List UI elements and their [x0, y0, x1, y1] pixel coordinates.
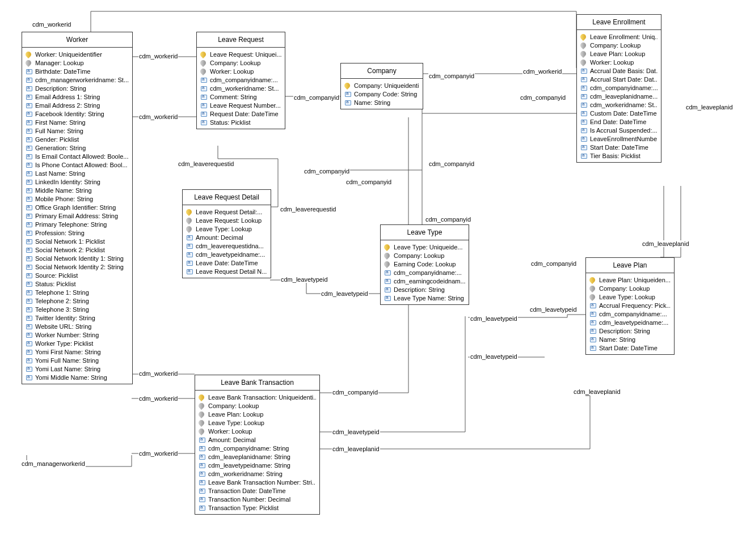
- attribute-row[interactable]: cdm_earningcodeidnam...: [384, 277, 465, 285]
- attribute-row[interactable]: Name: String: [589, 335, 671, 343]
- attribute-row[interactable]: Leave Enrollment: Uniq...: [580, 32, 658, 41]
- attribute-row[interactable]: Description: String: [589, 326, 671, 335]
- attribute-row[interactable]: cdm_workeridname: String: [199, 469, 316, 478]
- attribute-row[interactable]: cdm_leavetypeidname: String: [199, 461, 316, 469]
- attribute-row[interactable]: Source: Picklist: [26, 271, 129, 279]
- attribute-row[interactable]: Middle Name: String: [26, 186, 129, 194]
- attribute-row[interactable]: Worker: Uniqueidentifier: [26, 50, 129, 58]
- attribute-row[interactable]: Worker: Lookup: [200, 67, 281, 75]
- attribute-row[interactable]: Amount: Decimal: [186, 233, 267, 241]
- attribute-row[interactable]: Is Email Contact Allowed: Boole...: [26, 152, 129, 160]
- attribute-row[interactable]: Social Network Identity 1: String: [26, 254, 129, 262]
- attribute-row[interactable]: LeaveEnrollmentNumbe...: [580, 134, 658, 143]
- attribute-row[interactable]: Leave Date: DateTime: [186, 258, 267, 267]
- attribute-row[interactable]: Leave Type Name: String: [384, 294, 465, 302]
- attribute-row[interactable]: Primary Telephone: String: [26, 220, 129, 228]
- attribute-row[interactable]: Full Name: String: [26, 126, 129, 135]
- attribute-row[interactable]: Company Code: String: [344, 90, 419, 98]
- attribute-row[interactable]: Yomi Full Name: String: [26, 356, 129, 364]
- attribute-row[interactable]: Last Name: String: [26, 169, 129, 177]
- entity-leave-plan[interactable]: Leave Plan Leave Plan: Uniqueiden...Comp…: [585, 257, 675, 355]
- attribute-row[interactable]: Social Network 2: Picklist: [26, 245, 129, 254]
- attribute-row[interactable]: Leave Request: Uniquei...: [200, 50, 281, 58]
- attribute-row[interactable]: Manager: Lookup: [26, 58, 129, 67]
- attribute-row[interactable]: Office Graph Identifier: String: [26, 203, 129, 211]
- attribute-row[interactable]: Leave Type: Lookup: [199, 418, 316, 427]
- attribute-row[interactable]: Comment: String: [200, 92, 281, 101]
- attribute-row[interactable]: Leave Type: Lookup: [589, 292, 671, 301]
- attribute-row[interactable]: Yomi Last Name: String: [26, 364, 129, 373]
- attribute-row[interactable]: Custom Date: DateTime: [580, 109, 658, 117]
- attribute-row[interactable]: Telephone 3: String: [26, 305, 129, 313]
- attribute-row[interactable]: Leave Bank Transaction Number: Stri...: [199, 478, 316, 486]
- attribute-row[interactable]: cdm_managerworkeridname: St...: [26, 75, 129, 84]
- attribute-row[interactable]: Website URL: String: [26, 322, 129, 330]
- attribute-row[interactable]: Leave Request: Lookup: [186, 216, 267, 224]
- attribute-row[interactable]: Company: Lookup: [589, 284, 671, 292]
- attribute-row[interactable]: Description: String: [26, 84, 129, 92]
- attribute-row[interactable]: Company: Uniqueidenti...: [344, 81, 419, 90]
- entity-leave-request[interactable]: Leave Request Leave Request: Uniquei...C…: [196, 32, 285, 129]
- attribute-row[interactable]: Company: Lookup: [384, 251, 465, 260]
- attribute-row[interactable]: Transaction Type: Picklist: [199, 503, 316, 512]
- attribute-row[interactable]: Primary Email Address: String: [26, 211, 129, 220]
- attribute-row[interactable]: Yomi First Name: String: [26, 347, 129, 356]
- attribute-row[interactable]: Yomi Middle Name: String: [26, 373, 129, 381]
- attribute-row[interactable]: Generation: String: [26, 143, 129, 152]
- attribute-row[interactable]: Earning Code: Lookup: [384, 260, 465, 268]
- attribute-row[interactable]: Company: Lookup: [200, 58, 281, 67]
- attribute-row[interactable]: Accrual Start Date: Dat...: [580, 75, 658, 83]
- attribute-row[interactable]: cdm_companyidname:...: [580, 83, 658, 92]
- attribute-row[interactable]: Birthdate: DateTime: [26, 67, 129, 75]
- attribute-row[interactable]: cdm_companyidname:...: [384, 268, 465, 277]
- entity-company[interactable]: Company Company: Uniqueidenti...Company …: [340, 63, 423, 109]
- attribute-row[interactable]: cdm_leavetypeidname:...: [589, 318, 671, 326]
- attribute-row[interactable]: Transaction Date: DateTime: [199, 486, 316, 495]
- attribute-row[interactable]: Accrual Date Basis: Dat...: [580, 66, 658, 75]
- attribute-row[interactable]: cdm_companyidname:...: [589, 309, 671, 318]
- entity-leave-enrollment[interactable]: Leave Enrollment Leave Enrollment: Uniq.…: [576, 14, 661, 163]
- attribute-row[interactable]: LinkedIn Identity: String: [26, 177, 129, 186]
- entity-leave-bank-transaction[interactable]: Leave Bank Transaction Leave Bank Transa…: [195, 375, 320, 515]
- attribute-row[interactable]: cdm_leavetypeidname:...: [186, 250, 267, 258]
- attribute-row[interactable]: Twitter Identity: String: [26, 313, 129, 322]
- attribute-row[interactable]: Is Phone Contact Allowed: Bool...: [26, 160, 129, 169]
- attribute-row[interactable]: Email Address 2: String: [26, 101, 129, 109]
- attribute-row[interactable]: Leave Request Detail N...: [186, 267, 267, 275]
- attribute-row[interactable]: Leave Type: Lookup: [186, 224, 267, 233]
- attribute-row[interactable]: Worker Number: String: [26, 330, 129, 339]
- attribute-row[interactable]: cdm_companyidname: String: [199, 444, 316, 452]
- attribute-row[interactable]: Social Network 1: Picklist: [26, 237, 129, 245]
- attribute-row[interactable]: Transaction Number: Decimal: [199, 495, 316, 503]
- attribute-row[interactable]: Start Date: DateTime: [580, 143, 658, 151]
- attribute-row[interactable]: cdm_workeridname: St...: [200, 84, 281, 92]
- attribute-row[interactable]: Leave Bank Transaction: Uniqueidenti...: [199, 393, 316, 401]
- attribute-row[interactable]: Worker: Lookup: [199, 427, 316, 435]
- attribute-row[interactable]: Telephone 1: String: [26, 288, 129, 296]
- attribute-row[interactable]: Worker Type: Picklist: [26, 339, 129, 347]
- attribute-row[interactable]: Leave Plan: Uniqueiden...: [589, 275, 671, 284]
- attribute-row[interactable]: Telephone 2: String: [26, 296, 129, 305]
- attribute-row[interactable]: Social Network Identity 2: String: [26, 262, 129, 271]
- attribute-row[interactable]: Email Address 1: String: [26, 92, 129, 101]
- attribute-row[interactable]: Gender: Picklist: [26, 135, 129, 143]
- attribute-row[interactable]: Amount: Decimal: [199, 435, 316, 444]
- attribute-row[interactable]: Company: Lookup: [580, 41, 658, 49]
- attribute-row[interactable]: First Name: String: [26, 118, 129, 126]
- attribute-row[interactable]: Is Accrual Suspended:...: [580, 126, 658, 134]
- attribute-row[interactable]: Leave Type: Uniqueide...: [384, 243, 465, 251]
- attribute-row[interactable]: Mobile Phone: String: [26, 194, 129, 203]
- attribute-row[interactable]: Accrual Frequency: Pick...: [589, 301, 671, 309]
- attribute-row[interactable]: cdm_leaveplanidname: String: [199, 452, 316, 461]
- attribute-row[interactable]: Name: String: [344, 98, 419, 107]
- attribute-row[interactable]: Description: String: [384, 285, 465, 294]
- attribute-row[interactable]: cdm_workeridname: St...: [580, 100, 658, 109]
- attribute-row[interactable]: Leave Plan: Lookup: [199, 410, 316, 418]
- attribute-row[interactable]: Status: Picklist: [200, 118, 281, 126]
- attribute-row[interactable]: Start Date: DateTime: [589, 343, 671, 352]
- attribute-row[interactable]: Leave Plan: Lookup: [580, 49, 658, 58]
- attribute-row[interactable]: Status: Picklist: [26, 279, 129, 288]
- attribute-row[interactable]: Facebook Identity: String: [26, 109, 129, 118]
- attribute-row[interactable]: End Date: DateTime: [580, 117, 658, 126]
- attribute-row[interactable]: cdm_companyidname:...: [200, 75, 281, 84]
